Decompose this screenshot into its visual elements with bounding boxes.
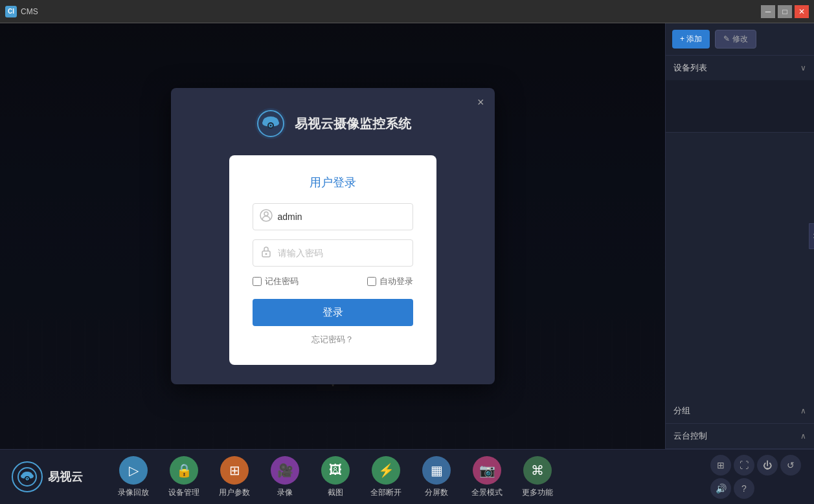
right-controls: ⊞ ⛶ ⏻ ↺ 🔊 ?: [704, 455, 808, 499]
ctrl-btn-volume[interactable]: 🔊: [710, 478, 731, 499]
password-input[interactable]: [278, 248, 406, 258]
toolbar-item-label-8: 更多功能: [522, 487, 553, 498]
group-chevron-icon: ∧: [800, 406, 806, 415]
toolbar-item-label-7: 全景模式: [471, 487, 503, 498]
add-device-button[interactable]: + 添加: [672, 30, 710, 49]
ctrl-btn-refresh[interactable]: ↺: [780, 455, 801, 476]
sidebar-bottom: 分组 ∧ 云台控制 ∧: [666, 399, 814, 449]
auto-login-label: 自动登录: [379, 276, 413, 287]
toolbar-item-icon-2: ⊞: [220, 456, 249, 485]
toolbar-item-8[interactable]: ⌘更多功能: [514, 452, 561, 502]
ptz-chevron-icon: ∧: [800, 432, 806, 441]
toolbar-items: ▷录像回放🔒设备管理⊞用户参数🎥录像🖼截图⚡全部断开▦分屏数📷全景模式⌘更多功能: [110, 452, 704, 502]
group-section: 分组 ∧: [666, 399, 814, 424]
svg-point-11: [265, 253, 267, 255]
toolbar-item-2[interactable]: ⊞用户参数: [211, 452, 258, 502]
ctrl-btn-help[interactable]: ?: [734, 478, 754, 499]
maximize-button[interactable]: □: [778, 5, 792, 18]
login-box: 用户登录: [229, 155, 436, 365]
ptz-header[interactable]: 云台控制 ∧: [666, 424, 814, 448]
remember-password-label: 记住密码: [265, 276, 299, 287]
password-group: [253, 239, 413, 267]
toolbar-item-1[interactable]: 🔒设备管理: [161, 452, 207, 502]
modal-close-button[interactable]: ×: [477, 96, 484, 109]
login-title: 用户登录: [253, 175, 413, 190]
device-list-chevron-icon: ∨: [800, 63, 806, 72]
window-controls: ─ □ ✕: [761, 5, 809, 18]
ctrl-btn-power[interactable]: ⏻: [757, 455, 778, 476]
toolbar-item-label-1: 设备管理: [168, 487, 199, 498]
lock-icon: [260, 245, 273, 261]
svg-point-18: [27, 478, 28, 479]
sidebar-toolbar: + 添加 ✎ 修改: [666, 23, 814, 56]
username-input[interactable]: [278, 212, 406, 222]
toolbar-item-5[interactable]: ⚡全部断开: [363, 452, 409, 502]
remember-password-option[interactable]: 记住密码: [253, 276, 299, 287]
username-group: [253, 203, 413, 230]
bottom-toolbar: 易视云 ▷录像回放🔒设备管理⊞用户参数🎥录像🖼截图⚡全部断开▦分屏数📷全景模式⌘…: [0, 449, 814, 504]
right-sidebar: > + 添加 ✎ 修改 设备列表 ∨ 分组 ∧: [665, 23, 814, 449]
title-bar-left: CI CMS: [5, 6, 38, 17]
toolbar-item-icon-7: 📷: [473, 456, 501, 485]
toolbar-item-label-2: 用户参数: [219, 487, 250, 498]
content-area: ×: [0, 23, 665, 449]
logo-text: 易视云: [48, 469, 83, 485]
login-modal: ×: [171, 88, 495, 384]
toolbar-item-label-4: 截图: [328, 487, 343, 498]
toolbar-item-icon-3: 🎥: [271, 456, 299, 485]
toolbar-item-label-5: 全部断开: [370, 487, 401, 498]
form-options: 记住密码 自动登录: [253, 276, 413, 287]
sidebar-collapse-toggle[interactable]: >: [809, 223, 814, 249]
toolbar-item-0[interactable]: ▷录像回放: [110, 452, 157, 502]
toolbar-item-4[interactable]: 🖼截图: [312, 452, 359, 502]
svg-point-9: [264, 212, 268, 215]
toolbar-item-icon-1: 🔒: [170, 456, 198, 485]
logo-icon: [12, 461, 43, 492]
ctrl-btn-fullscreen[interactable]: ⛶: [734, 455, 754, 476]
group-header[interactable]: 分组 ∧: [666, 399, 814, 423]
modal-logo: 易视云摄像监控系统: [254, 107, 411, 140]
device-list-label: 设备列表: [673, 62, 707, 74]
ptz-section: 云台控制 ∧: [666, 424, 814, 449]
toolbar-item-icon-5: ⚡: [372, 456, 400, 485]
ptz-label: 云台控制: [673, 430, 707, 442]
device-list-header[interactable]: 设备列表 ∨: [666, 56, 814, 80]
logo-area: 易视云: [6, 461, 110, 492]
auto-login-checkbox[interactable]: [367, 277, 376, 286]
app-logo-icon: [254, 107, 287, 140]
close-button[interactable]: ✕: [795, 5, 809, 18]
forgot-password-link[interactable]: 忘记密码？: [253, 334, 413, 345]
toolbar-item-6[interactable]: ▦分屏数: [413, 452, 460, 502]
app-icon: CI: [5, 6, 17, 17]
modal-overlay: ×: [0, 23, 665, 449]
minimize-button[interactable]: ─: [761, 5, 775, 18]
app-name: 易视云摄像监控系统: [295, 115, 411, 133]
toolbar-item-7[interactable]: 📷全景模式: [464, 452, 510, 502]
device-list-content: [666, 80, 814, 132]
group-label: 分组: [673, 405, 690, 417]
title-bar: CI CMS ─ □ ✕: [0, 0, 814, 23]
edit-device-button[interactable]: ✎ 修改: [715, 30, 756, 49]
toolbar-item-icon-6: ▦: [422, 456, 451, 485]
toolbar-item-label-3: 录像: [277, 487, 293, 498]
svg-point-7: [269, 125, 271, 127]
toolbar-item-label-6: 分屏数: [425, 487, 448, 498]
toolbar-item-icon-0: ▷: [119, 456, 148, 485]
toolbar-item-icon-4: 🖼: [321, 456, 350, 485]
user-icon: [260, 209, 273, 225]
main-container: ×: [0, 23, 814, 449]
login-button[interactable]: 登录: [253, 299, 413, 326]
toolbar-item-icon-8: ⌘: [523, 456, 552, 485]
modal-header: 易视云摄像监控系统: [190, 107, 475, 140]
device-list-section: 设备列表 ∨: [666, 56, 814, 133]
remember-password-checkbox[interactable]: [253, 277, 262, 286]
ctrl-btn-grid[interactable]: ⊞: [710, 455, 731, 476]
toolbar-item-3[interactable]: 🎥录像: [262, 452, 308, 502]
toolbar-item-label-0: 录像回放: [118, 487, 149, 498]
app-title: CMS: [21, 7, 38, 16]
auto-login-option[interactable]: 自动登录: [367, 276, 413, 287]
